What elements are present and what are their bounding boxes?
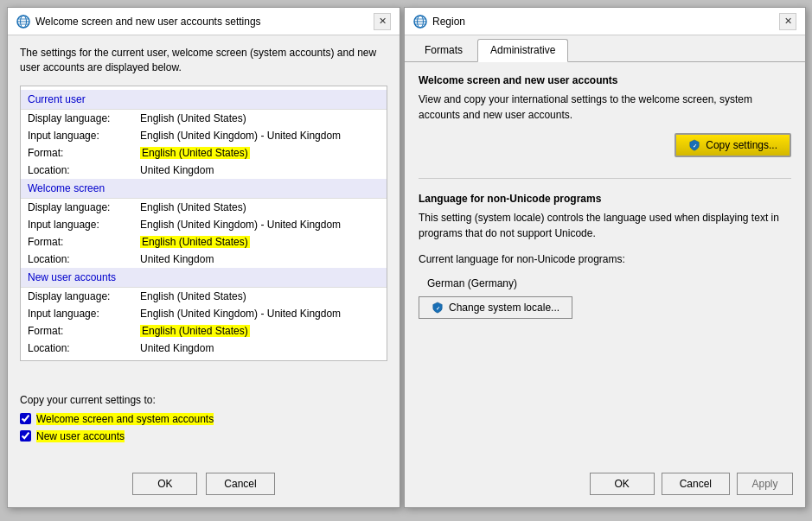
right-dialog: Region ✕ Formats Administrative Welcome … xyxy=(404,7,806,508)
region-cancel-button[interactable]: Cancel xyxy=(662,473,730,495)
value-display-lang-3: English (United States) xyxy=(140,290,246,302)
change-locale-shield-icon: ✓ xyxy=(432,302,444,314)
table-row: Input language: English (United Kingdom)… xyxy=(21,216,387,233)
value-format-2: English (United States) xyxy=(140,236,250,248)
table-row: Format: English (United States) xyxy=(21,233,387,251)
left-dialog: Welcome screen and new user accounts set… xyxy=(7,7,400,508)
checkbox-newuser[interactable] xyxy=(20,430,31,442)
table-row: Display language: English (United States… xyxy=(21,110,387,127)
value-display-lang-2: English (United States) xyxy=(140,201,246,213)
left-dialog-buttons: OK Cancel xyxy=(8,473,400,495)
left-cancel-button[interactable]: Cancel xyxy=(206,473,274,495)
label-location-2: Location: xyxy=(28,253,140,265)
unicode-section-title: Language for non-Unicode programs xyxy=(419,193,791,205)
region-titlebar: Region ✕ xyxy=(405,8,805,35)
checkbox-welcome[interactable] xyxy=(20,413,31,424)
change-locale-button[interactable]: ✓ Change system locale... xyxy=(419,296,572,319)
welcome-section-desc: View and copy your international setting… xyxy=(419,92,791,123)
current-lang-value: German (Germany) xyxy=(419,277,791,289)
table-row: Input language: English (United Kingdom)… xyxy=(21,127,387,144)
label-display-lang-2: Display language: xyxy=(28,201,140,213)
checkbox-welcome-label: Welcome screen and system accounts xyxy=(36,413,214,425)
change-locale-label: Change system locale... xyxy=(449,302,559,314)
checkbox-newuser-label: New user accounts xyxy=(36,430,125,442)
settings-box: Current user Display language: English (… xyxy=(20,86,387,361)
table-row: Location: United Kingdom xyxy=(21,162,387,179)
table-row: Format: English (United States) xyxy=(21,322,387,340)
value-input-lang-2: English (United Kingdom) - United Kingdo… xyxy=(140,219,341,231)
new-user-header: New user accounts xyxy=(21,268,387,288)
checkbox-newuser-row: New user accounts xyxy=(20,430,387,442)
unicode-section: Language for non-Unicode programs This s… xyxy=(419,193,791,319)
checkbox-welcome-highlight: Welcome screen and system accounts xyxy=(36,413,214,425)
shield-icon: ✓ xyxy=(688,139,700,151)
dialog-description: The settings for the current user, welco… xyxy=(20,46,387,75)
welcome-section-title: Welcome screen and new user accounts xyxy=(419,74,791,86)
left-ok-button[interactable]: OK xyxy=(132,473,197,495)
label-input-lang-2: Input language: xyxy=(28,219,140,231)
label-format-2: Format: xyxy=(28,236,140,248)
value-display-lang-1: English (United States) xyxy=(140,112,246,124)
label-location-1: Location: xyxy=(28,164,140,176)
value-format-3: English (United States) xyxy=(140,325,250,337)
label-input-lang-3: Input language: xyxy=(28,308,140,320)
left-dialog-title: Welcome screen and new user accounts set… xyxy=(35,16,261,28)
left-dialog-content: The settings for the current user, welco… xyxy=(8,35,400,385)
value-location-2: United Kingdom xyxy=(140,253,214,265)
checkbox-welcome-row: Welcome screen and system accounts xyxy=(20,413,387,425)
label-display-lang-1: Display language: xyxy=(28,112,140,124)
copy-settings-button[interactable]: ✓ Copy settings... xyxy=(675,133,791,157)
region-close-button[interactable]: ✕ xyxy=(779,13,796,30)
label-input-lang-1: Input language: xyxy=(28,130,140,142)
left-dialog-titlebar: Welcome screen and new user accounts set… xyxy=(8,8,400,35)
svg-text:✓: ✓ xyxy=(436,305,440,311)
titlebar-left: Welcome screen and new user accounts set… xyxy=(16,15,261,29)
table-row: Display language: English (United States… xyxy=(21,288,387,305)
value-location-1: United Kingdom xyxy=(140,164,214,176)
label-display-lang-3: Display language: xyxy=(28,290,140,302)
region-titlebar-left: Region xyxy=(413,15,465,29)
region-ok-button[interactable]: OK xyxy=(590,473,655,495)
copy-settings-area: ✓ Copy settings... xyxy=(419,133,791,164)
value-location-3: United Kingdom xyxy=(140,342,214,354)
value-input-lang-3: English (United Kingdom) - United Kingdo… xyxy=(140,308,341,320)
region-buttons: OK Cancel Apply xyxy=(405,473,805,495)
current-user-header: Current user xyxy=(21,90,387,110)
welcome-screen-header: Welcome screen xyxy=(21,179,387,199)
left-close-button[interactable]: ✕ xyxy=(374,13,391,30)
table-row: Location: United Kingdom xyxy=(21,340,387,357)
copy-title: Copy your current settings to: xyxy=(20,394,387,406)
value-input-lang-1: English (United Kingdom) - United Kingdo… xyxy=(140,130,341,142)
table-row: Input language: English (United Kingdom)… xyxy=(21,305,387,322)
tab-content: Welcome screen and new user accounts Vie… xyxy=(405,62,805,331)
unicode-section-desc: This setting (system locale) controls th… xyxy=(419,210,791,241)
tab-formats[interactable]: Formats xyxy=(412,39,476,61)
region-title: Region xyxy=(432,16,465,28)
value-format-1: English (United States) xyxy=(140,147,250,159)
label-location-3: Location: xyxy=(28,342,140,354)
table-row: Display language: English (United States… xyxy=(21,199,387,216)
tab-administrative[interactable]: Administrative xyxy=(477,39,568,62)
section-divider xyxy=(419,178,791,179)
globe-icon xyxy=(16,15,30,29)
copy-settings-label: Copy settings... xyxy=(706,139,777,151)
svg-text:✓: ✓ xyxy=(693,143,697,149)
label-format-3: Format: xyxy=(28,325,140,337)
checkbox-newuser-highlight: New user accounts xyxy=(36,430,125,442)
region-apply-button[interactable]: Apply xyxy=(737,473,793,495)
tabs-container: Formats Administrative xyxy=(405,35,805,62)
current-lang-label: Current language for non-Unicode program… xyxy=(419,251,791,267)
label-format-1: Format: xyxy=(28,147,140,159)
table-row: Format: English (United States) xyxy=(21,144,387,162)
region-globe-icon xyxy=(413,15,427,29)
table-row: Location: United Kingdom xyxy=(21,251,387,268)
copy-section: Copy your current settings to: Welcome s… xyxy=(8,385,400,456)
